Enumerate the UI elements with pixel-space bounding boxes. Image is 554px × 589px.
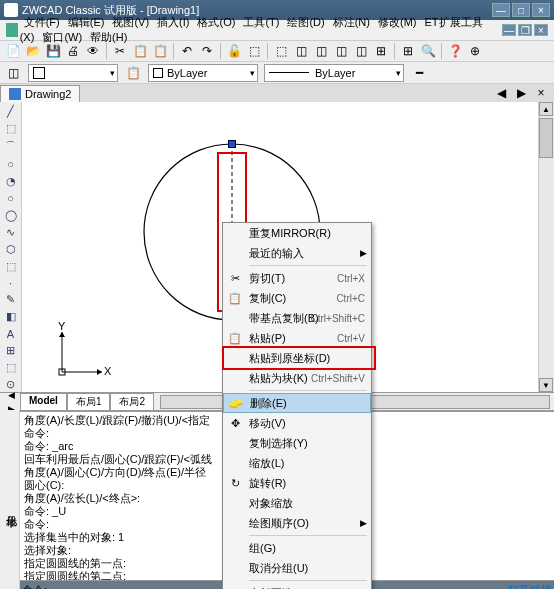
toolbar-button[interactable]: 💾 <box>44 42 62 60</box>
app-menu-icon[interactable] <box>6 23 18 37</box>
cmd-sidebar: 最小化 <box>0 410 20 589</box>
layer-icon[interactable]: ◫ <box>4 64 22 82</box>
layer-dropdown[interactable]: ByLayer <box>148 64 258 82</box>
doc-tab-active[interactable]: Drawing2 <box>0 85 80 102</box>
menu-item[interactable]: 格式(O) <box>193 14 239 30</box>
tab-prev-icon[interactable]: ◀ <box>492 84 510 102</box>
context-menu-item[interactable]: 全部不选(A) <box>223 583 371 589</box>
menubar: 文件(F)编辑(E)视图(V)插入(I)格式(O)工具(T)绘图(D)标注(N)… <box>0 20 554 40</box>
vertical-scrollbar[interactable]: ▲ ▼ <box>538 102 554 392</box>
context-menu-item[interactable]: 重复MIRROR(R) <box>223 223 371 243</box>
context-menu-item[interactable]: 缩放(L) <box>223 453 371 473</box>
toolbar-button[interactable]: 📋 <box>151 42 169 60</box>
menu-item[interactable]: 视图(V) <box>108 14 153 30</box>
draw-tool-button[interactable]: ◧ <box>2 309 20 324</box>
menu-item[interactable]: 文件(F) <box>20 14 64 30</box>
doc-close-button[interactable]: × <box>534 24 548 36</box>
layout-tab[interactable]: Model <box>20 393 67 411</box>
menu-item[interactable]: 修改(M) <box>374 14 421 30</box>
scroll-thumb[interactable] <box>539 118 553 158</box>
scroll-up-button[interactable]: ▲ <box>539 102 553 116</box>
draw-tool-button[interactable]: ╱ <box>2 104 20 119</box>
draw-tool-button[interactable]: ∿ <box>2 225 20 240</box>
menu-item-label: 复制选择(Y) <box>249 436 308 451</box>
draw-tool-button[interactable]: ○ <box>2 191 20 206</box>
doc-minimize-button[interactable]: — <box>502 24 516 36</box>
toolbar-button[interactable]: ↷ <box>198 42 216 60</box>
toolbar-button[interactable]: 🖨 <box>64 42 82 60</box>
context-menu-item[interactable]: 粘贴为块(K)Ctrl+Shift+V <box>223 368 371 388</box>
draw-tool-button[interactable]: A <box>2 326 20 341</box>
context-menu-item[interactable]: ↻旋转(R) <box>223 473 371 493</box>
draw-tool-button[interactable]: ✎ <box>2 292 20 307</box>
close-button[interactable]: × <box>532 3 550 17</box>
menu-item[interactable]: 插入(I) <box>153 14 193 30</box>
draw-tool-button[interactable]: · <box>2 276 20 291</box>
toolbar-button[interactable]: ◫ <box>332 42 350 60</box>
maximize-button[interactable]: □ <box>512 3 530 17</box>
draw-tool-button[interactable]: ◯ <box>2 208 20 223</box>
toolbar-button[interactable]: 🔍 <box>419 42 437 60</box>
menu-item-label: 重复MIRROR(R) <box>249 226 331 241</box>
layout-tab[interactable]: 布局1 <box>67 393 111 411</box>
menu-separator <box>249 535 367 536</box>
draw-tool-button[interactable]: ○ <box>2 157 20 172</box>
draw-tool-button[interactable]: ⊙ <box>2 377 20 392</box>
doc-icon <box>9 88 21 100</box>
menu-item[interactable]: 编辑(E) <box>64 14 109 30</box>
context-menu-item[interactable]: 最近的输入▶ <box>223 243 371 263</box>
draw-tool-button[interactable]: ⬚ <box>2 360 20 375</box>
draw-tool-button[interactable]: ⌒ <box>2 138 20 155</box>
color-dropdown[interactable] <box>28 64 118 82</box>
toolbar-button[interactable]: ⊕ <box>466 42 484 60</box>
draw-tool-button[interactable]: ⊞ <box>2 343 20 358</box>
toolbar-button[interactable]: ⊞ <box>372 42 390 60</box>
toolbar-button[interactable]: 📋 <box>131 42 149 60</box>
toolbar-button[interactable]: ↶ <box>178 42 196 60</box>
menu-item[interactable]: 工具(T) <box>239 14 283 30</box>
menu-item[interactable]: 标注(N) <box>329 14 374 30</box>
tab-next-icon[interactable]: ▶ <box>512 84 530 102</box>
context-menu-item[interactable]: 📋复制(C)Ctrl+C <box>223 288 371 308</box>
grip-handle[interactable] <box>228 140 236 148</box>
context-menu-item[interactable]: ✥移动(V) <box>223 413 371 433</box>
toolbar-button[interactable]: 🔓 <box>225 42 243 60</box>
match-icon[interactable]: 📋 <box>124 64 142 82</box>
toolbar-button[interactable]: ◫ <box>352 42 370 60</box>
lineweight-icon[interactable]: ━ <box>410 64 428 82</box>
scroll-down-button[interactable]: ▼ <box>539 378 553 392</box>
context-menu-item[interactable]: 📋粘贴(P)Ctrl+V <box>223 328 371 348</box>
axis-x-label: X <box>104 365 112 377</box>
submenu-arrow-icon: ▶ <box>360 248 367 258</box>
toolbar-button[interactable]: ⊞ <box>399 42 417 60</box>
toolbar-button[interactable]: ◫ <box>312 42 330 60</box>
draw-tool-button[interactable]: ◔ <box>2 174 20 189</box>
menu-item[interactable]: 绘图(D) <box>283 14 328 30</box>
toolbar-button[interactable]: ✂ <box>111 42 129 60</box>
context-menu-item[interactable]: 组(G) <box>223 538 371 558</box>
context-menu-item[interactable]: ✂剪切(T)Ctrl+X <box>223 268 371 288</box>
draw-tool-button[interactable]: ⬚ <box>2 121 20 136</box>
toolbar-button[interactable]: 📄 <box>4 42 22 60</box>
draw-tool-button[interactable]: ⬚ <box>2 259 20 274</box>
context-menu-item[interactable]: 取消分组(U) <box>223 558 371 578</box>
doc-restore-button[interactable]: ❐ <box>518 24 532 36</box>
context-menu-item[interactable]: 复制选择(Y) <box>223 433 371 453</box>
context-menu-item[interactable]: 绘图顺序(O)▶ <box>223 513 371 533</box>
draw-tool-button[interactable]: ⬡ <box>2 242 20 257</box>
toolbar-button[interactable]: ◫ <box>292 42 310 60</box>
context-menu-item[interactable]: 🧽删除(E) <box>223 393 371 413</box>
menu-item-label: 删除(E) <box>250 396 287 411</box>
linetype-dropdown[interactable]: ByLayer <box>264 64 404 82</box>
toolbar-button[interactable]: ⬚ <box>272 42 290 60</box>
open-link[interactable]: 打开链接 <box>508 583 552 589</box>
toolbar-button[interactable]: ❓ <box>446 42 464 60</box>
layout-tab[interactable]: 布局2 <box>110 393 154 411</box>
context-menu-item[interactable]: 带基点复制(B)Ctrl+Shift+C <box>223 308 371 328</box>
context-menu-item[interactable]: 对象缩放 <box>223 493 371 513</box>
toolbar-button[interactable]: 📂 <box>24 42 42 60</box>
toolbar-button[interactable]: 👁 <box>84 42 102 60</box>
tab-close-icon[interactable]: × <box>532 84 550 102</box>
toolbar-button[interactable]: ⬚ <box>245 42 263 60</box>
menu-item-label: 带基点复制(B) <box>249 311 319 326</box>
